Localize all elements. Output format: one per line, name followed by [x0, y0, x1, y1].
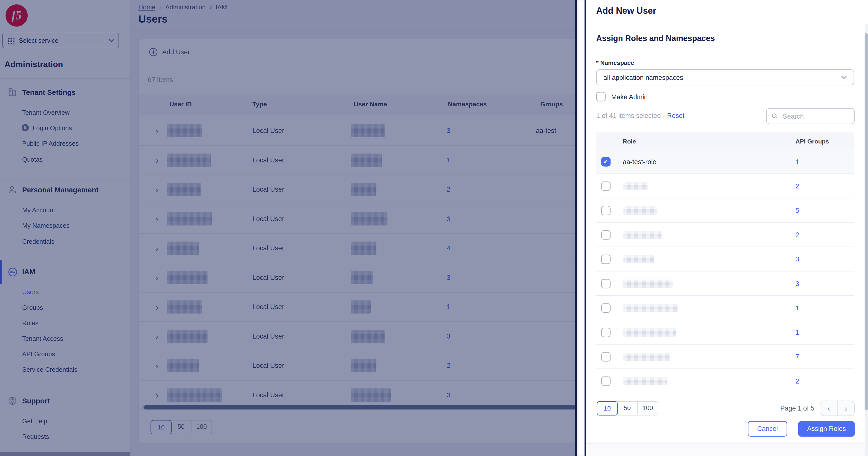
assign-roles-heading: Assign Roles and Namespaces	[596, 34, 715, 43]
reset-link[interactable]: Reset	[667, 112, 685, 120]
role-checkbox[interactable]	[601, 181, 611, 191]
api-groups-count-link[interactable]: 1	[796, 328, 799, 336]
panel-title: Add New User	[596, 6, 656, 16]
role-name-redacted	[623, 182, 648, 190]
drawer-left-border	[585, 0, 586, 456]
prev-page-icon[interactable]: ‹	[820, 401, 838, 416]
role-row: 2	[596, 369, 854, 393]
col-role: Role	[623, 138, 636, 144]
role-checkbox[interactable]	[601, 279, 611, 288]
role-name-redacted	[623, 352, 671, 361]
role-checkbox[interactable]	[601, 206, 611, 215]
underlying-drawer-sliver	[577, 0, 585, 456]
panel-footer	[586, 443, 868, 456]
api-groups-count-link[interactable]: 3	[796, 255, 799, 263]
role-row: 2	[596, 174, 854, 198]
api-groups-count-link[interactable]: 2	[796, 377, 799, 385]
roles-table: Role API Groups ✓ aa-test-role 1 2 5	[596, 133, 854, 393]
namespace-select-value: all application namespaces	[603, 74, 841, 81]
role-name-redacted	[623, 206, 657, 215]
role-name-redacted	[623, 230, 661, 239]
role-row: 3	[596, 247, 854, 272]
api-groups-count-link[interactable]: 7	[796, 352, 799, 361]
role-row: 2	[596, 223, 854, 247]
api-groups-count-link[interactable]: 2	[796, 231, 799, 238]
panel-actions: Cancel Assign Roles	[586, 421, 855, 436]
drawer-under-border	[575, 0, 577, 456]
namespace-label: * Namespace	[596, 59, 634, 66]
vertical-scrollbar-thumb[interactable]	[865, 33, 868, 410]
role-name-redacted	[623, 328, 676, 336]
assign-roles-button[interactable]: Assign Roles	[798, 421, 855, 436]
role-checkbox[interactable]	[601, 376, 611, 386]
search-input[interactable]	[782, 112, 849, 120]
role-checkbox[interactable]	[601, 254, 611, 264]
cancel-button[interactable]: Cancel	[748, 421, 787, 436]
make-admin-label: Make Admin	[611, 93, 648, 101]
make-admin-checkbox[interactable]	[596, 92, 606, 101]
api-groups-count-link[interactable]: 3	[796, 280, 799, 287]
dim-overlay	[0, 0, 575, 456]
role-row: 5	[596, 198, 854, 223]
page-size-50[interactable]: 50	[617, 402, 638, 414]
role-row: 1	[596, 296, 854, 320]
role-row: 7	[596, 345, 854, 369]
role-row: 1	[596, 320, 854, 344]
roles-table-header: Role API Groups	[596, 133, 854, 150]
role-name-redacted	[623, 377, 667, 385]
divider	[586, 23, 868, 23]
next-page-icon[interactable]: ›	[838, 401, 854, 416]
search-box	[766, 108, 855, 124]
search-icon	[772, 113, 778, 120]
screen: f5 Select service Administration Tenant …	[0, 0, 868, 456]
drawer-stack: Add New User Assign Roles and Namespaces…	[575, 0, 868, 456]
page-size-100[interactable]: 100	[638, 402, 658, 414]
api-groups-count-link[interactable]: 2	[796, 182, 799, 190]
page-size-10[interactable]: 10	[597, 401, 618, 416]
make-admin-field: Make Admin	[596, 92, 648, 101]
chevron-down-icon	[841, 76, 847, 79]
page-info: Page 1 of 5	[780, 404, 814, 412]
api-groups-count-link[interactable]: 1	[796, 304, 799, 312]
role-name: aa-test-role	[623, 158, 656, 166]
role-checkbox[interactable]	[601, 352, 611, 361]
role-name-redacted	[623, 255, 654, 263]
role-checkbox-checked[interactable]: ✓	[601, 157, 611, 166]
namespace-select[interactable]: all application namespaces	[596, 69, 854, 85]
selection-summary-text: 1 of 41 items selected -	[596, 112, 665, 120]
page-size-selector: 10 50 100	[597, 401, 658, 416]
api-groups-count-link[interactable]: 5	[796, 206, 799, 214]
role-row: ✓ aa-test-role 1	[596, 150, 854, 174]
col-api-groups: API Groups	[796, 138, 829, 144]
api-groups-count-link[interactable]: 1	[796, 158, 799, 166]
role-checkbox[interactable]	[601, 303, 611, 313]
panel-pagination: 10 50 100 items per page Page 1 of 5 ‹ ›	[597, 400, 855, 416]
role-name-redacted	[623, 304, 678, 312]
role-checkbox[interactable]	[601, 230, 611, 239]
role-name-redacted	[623, 279, 673, 288]
role-checkbox[interactable]	[601, 327, 611, 337]
role-row: 3	[596, 272, 854, 296]
page-nav: ‹ ›	[820, 400, 855, 416]
selection-summary: 1 of 41 items selected - Reset	[596, 112, 685, 120]
add-new-user-panel: Add New User Assign Roles and Namespaces…	[586, 0, 868, 456]
